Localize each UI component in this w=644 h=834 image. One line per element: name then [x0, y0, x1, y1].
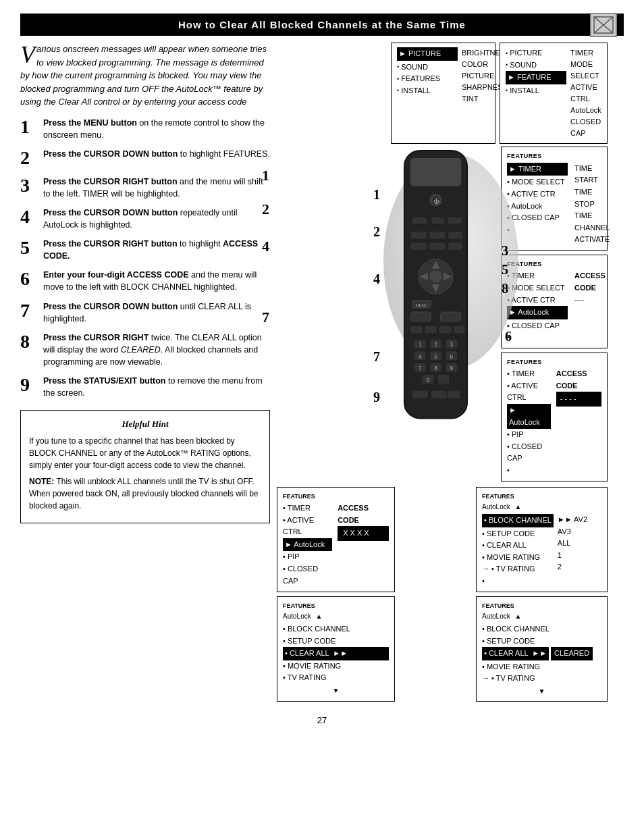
svg-rect-23 — [448, 243, 462, 251]
svg-text:2: 2 — [434, 342, 437, 348]
step-8: 8 Press the CURSOR RIGHT twice. The CLEA… — [20, 332, 270, 368]
page-wrapper: How to Clear All Blocked Channels at the… — [0, 14, 644, 732]
step-overlay-4: 4 — [373, 271, 380, 287]
menu-panel-picture: ► PICTURE • SOUND • FEATURES • INSTALL B… — [391, 43, 495, 144]
svg-text:3: 3 — [450, 342, 454, 348]
helpful-hint-body: If you tune to a specific channel that h… — [29, 435, 261, 471]
menu-panel-block-channel-code: FEATURES • TIMER • ACTIVE CTRL ► AutoLoc… — [277, 487, 395, 592]
step-1: 1 Press the MENU button on the remote co… — [20, 117, 270, 141]
step-num-4: 4 — [262, 238, 269, 255]
svg-rect-20 — [448, 232, 462, 239]
remote-svg: ⏻ MENU — [377, 147, 495, 430]
remote-control: ⏻ MENU — [377, 147, 498, 432]
step-7: 7 Press the CURSOR DOWN button until CLE… — [20, 301, 270, 325]
svg-text:9: 9 — [450, 366, 454, 372]
menu-panel-timer: FEATURES ► TIMER • MODE SELECT • ACTIVE … — [501, 147, 608, 251]
right-column: ► PICTURE • SOUND • FEATURES • INSTALL B… — [277, 43, 624, 702]
right-side-panels: FEATURES ► TIMER • MODE SELECT • ACTIVE … — [501, 147, 608, 481]
step-4: 4 Press the CURSOR DOWN button repeatedl… — [20, 207, 270, 231]
svg-rect-17 — [448, 217, 462, 224]
step-overlay-2: 2 — [373, 224, 380, 240]
svg-rect-29 — [454, 326, 464, 334]
page-number: 27 — [0, 715, 644, 732]
step-9: 9 Press the STATUS/EXIT button to remove… — [20, 375, 270, 399]
step-num-2: 2 — [262, 201, 269, 218]
svg-rect-51 — [412, 391, 428, 399]
step-overlay-1: 1 — [373, 187, 380, 203]
step-overlay-7: 7 — [373, 349, 380, 365]
svg-text:0: 0 — [427, 377, 430, 384]
svg-text:6: 6 — [450, 354, 454, 360]
left-column: Various onscreen messages will appear wh… — [20, 43, 270, 702]
svg-rect-16 — [432, 217, 445, 224]
intro-text: Various onscreen messages will appear wh… — [20, 43, 270, 109]
svg-rect-24 — [410, 312, 431, 321]
svg-point-12 — [429, 271, 442, 284]
svg-rect-4 — [410, 159, 461, 186]
steps-list: 1 Press the MENU button on the remote co… — [20, 117, 270, 400]
step-overlay-6: 6 — [505, 329, 512, 344]
menu-panel-clear-all-right: FEATURES AutoLock ▲ • BLOCK CHANNEL • SE… — [476, 596, 608, 702]
svg-rect-25 — [441, 312, 461, 321]
step-3: 3 Press the CURSOR RIGHT button and the … — [20, 176, 270, 200]
svg-text:4: 4 — [419, 354, 422, 360]
bottom-panels: FEATURES • TIMER • ACTIVE CTRL ► AutoLoc… — [277, 487, 608, 592]
svg-rect-26 — [410, 326, 423, 334]
menu-panel-access-code: FEATURES • TIMER • ACTIVE CTRL ► AutoLoc… — [501, 353, 608, 481]
drop-cap: V — [20, 43, 35, 67]
clear-all-panels: FEATURES AutoLock ▲ • BLOCK CHANNEL • SE… — [277, 596, 608, 702]
diagram-area: ► PICTURE • SOUND • FEATURES • INSTALL B… — [277, 43, 608, 702]
svg-text:1: 1 — [419, 342, 422, 348]
step-2: 2 Press the CURSOR DOWN button to highli… — [20, 148, 270, 169]
menu-panel-clear-all-left: FEATURES AutoLock ▲ • BLOCK CHANNEL • SE… — [277, 596, 395, 702]
svg-rect-18 — [410, 232, 426, 239]
svg-text:MENU: MENU — [416, 303, 427, 307]
helpful-hint-box: Helpful Hint If you tune to a specific c… — [20, 410, 270, 523]
svg-rect-28 — [439, 326, 452, 334]
svg-rect-22 — [429, 243, 445, 251]
svg-text:7: 7 — [419, 366, 422, 372]
svg-rect-19 — [429, 232, 445, 239]
step-6: 6 Enter your four-digit ACCESS CODE and … — [20, 269, 270, 293]
svg-rect-15 — [412, 217, 427, 224]
step-5: 5 Press the CURSOR RIGHT button to highl… — [20, 238, 270, 262]
menu-panel-block-channel-list: FEATURES AutoLock ▲ • BLOCK CHANNEL • SE… — [476, 487, 608, 592]
svg-text:5: 5 — [434, 354, 437, 360]
header-icon — [590, 13, 617, 37]
svg-rect-52 — [431, 391, 447, 399]
svg-rect-21 — [410, 243, 426, 251]
main-content: Various onscreen messages will appear wh… — [20, 43, 624, 702]
step-num-1: 1 — [262, 167, 269, 184]
menu-panel-features-main: • PICTURE • SOUND ► FEATURE • INSTALL TI… — [500, 43, 608, 144]
helpful-hint-note: NOTE: NOTE: This will unblock ALL channe… — [29, 475, 261, 512]
svg-rect-49 — [438, 375, 449, 384]
svg-text:⏻: ⏻ — [433, 199, 439, 205]
page-title: How to Clear All Blocked Channels at the… — [20, 14, 624, 36]
helpful-hint-title: Helpful Hint — [29, 417, 261, 431]
svg-text:8: 8 — [434, 366, 437, 372]
step-overlay-9: 9 — [373, 390, 380, 405]
svg-rect-53 — [448, 391, 460, 399]
svg-rect-27 — [425, 326, 437, 334]
step-overlay-358: 358 — [502, 241, 508, 298]
step-num-7: 7 — [262, 309, 269, 326]
